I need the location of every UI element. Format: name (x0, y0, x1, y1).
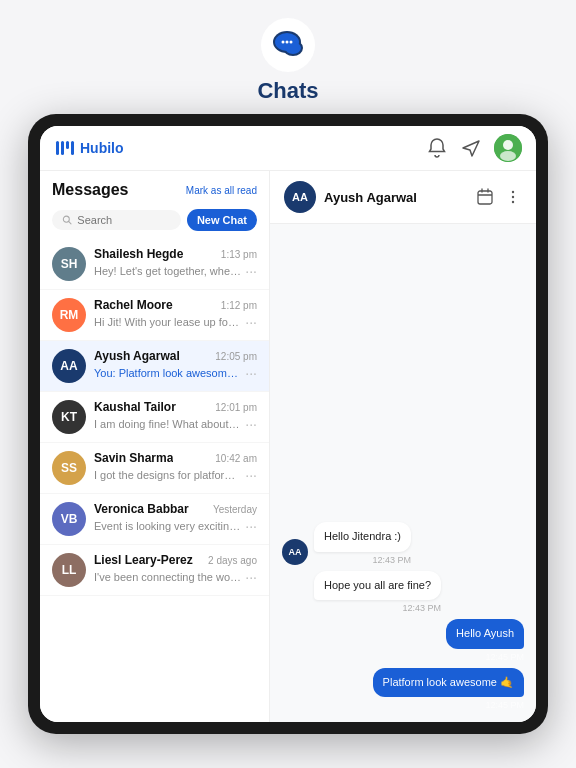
chat-preview: Hi Jit! With your lease up for renew... (94, 316, 241, 328)
messages-title: Messages (52, 181, 129, 199)
top-bar-icons (426, 134, 522, 162)
chat-preview: I got the designs for platform, will kee… (94, 469, 241, 481)
messages-header: Messages Mark as all read (40, 171, 269, 205)
chat-header-name: Ayush Agarwal (324, 190, 417, 205)
chat-info: Ayush Agarwal12:05 pmYou: Platform look … (94, 349, 257, 381)
chat-more-icon: ··· (245, 518, 257, 534)
chat-more-icon: ··· (245, 365, 257, 381)
messages-area: AAHello Jitendra :)12:43 PMHope you all … (270, 224, 536, 722)
tablet-screen: Hubilo (40, 126, 536, 722)
app-header: Chats (257, 0, 318, 114)
chat-info: Liesl Leary-Perez2 days agoI've been con… (94, 553, 257, 585)
chat-name: Shailesh Hegde (94, 247, 183, 261)
message-time: 12:45 PM (485, 700, 524, 710)
calendar-icon[interactable] (476, 188, 494, 206)
app-title: Chats (257, 78, 318, 104)
message-bubble: Hope you all are fine? (314, 571, 441, 600)
chat-preview: I've been connecting the world through..… (94, 571, 241, 583)
chat-time: 1:13 pm (221, 249, 257, 260)
message-bubble: Hello Jitendra :) (314, 522, 411, 551)
msg-sender-avatar: AA (282, 539, 308, 565)
svg-point-14 (500, 151, 516, 161)
hubilo-brand-icon (54, 137, 76, 159)
chat-header-left: AA Ayush Agarwal (284, 181, 417, 213)
svg-rect-8 (56, 141, 59, 155)
chat-more-icon: ··· (245, 416, 257, 432)
svg-point-5 (282, 41, 285, 44)
svg-point-4 (285, 42, 301, 54)
chat-time: Yesterday (213, 504, 257, 515)
chat-preview: You: Platform look awesome 👋 (94, 367, 241, 380)
chat-avatar: KT (52, 400, 86, 434)
user-avatar[interactable] (494, 134, 522, 162)
notification-icon[interactable] (426, 137, 448, 159)
chat-info: Savin Sharma10:42 amI got the designs fo… (94, 451, 257, 483)
chat-avatar: SS (52, 451, 86, 485)
chat-preview: Event is looking very exciting 😍🙌 (94, 520, 241, 533)
hubilo-label: Hubilo (80, 140, 124, 156)
svg-point-18 (512, 196, 514, 198)
svg-point-13 (503, 140, 513, 150)
chat-time: 1:12 pm (221, 300, 257, 311)
chat-list-item[interactable]: SHShailesh Hegde1:13 pmHey! Let's get to… (40, 239, 269, 290)
left-panel: Messages Mark as all read New Chat (40, 171, 270, 722)
chat-list: SHShailesh Hegde1:13 pmHey! Let's get to… (40, 239, 269, 722)
main-content: Messages Mark as all read New Chat (40, 171, 536, 722)
chat-info: Rachel Moore1:12 pmHi Jit! With your lea… (94, 298, 257, 330)
chat-header-avatar: AA (284, 181, 316, 213)
chat-list-item[interactable]: VBVeronica BabbarYesterdayEvent is looki… (40, 494, 269, 545)
chat-time: 12:01 pm (215, 402, 257, 413)
chat-name: Liesl Leary-Perez (94, 553, 193, 567)
msg-content: Hello Jitendra :)12:43 PM (314, 522, 411, 564)
chat-header-icons (476, 188, 522, 206)
chat-list-item[interactable]: LLLiesl Leary-Perez2 days agoI've been c… (40, 545, 269, 596)
message-bubble: Hello Ayush (446, 619, 524, 648)
message-time: 12:45 PM (485, 652, 524, 662)
message-time: 12:43 PM (373, 555, 412, 565)
chat-avatar: RM (52, 298, 86, 332)
chat-name: Savin Sharma (94, 451, 173, 465)
message-time: 12:43 PM (402, 603, 441, 613)
chat-time: 2 days ago (208, 555, 257, 566)
mark-all-read-btn[interactable]: Mark as all read (186, 185, 257, 196)
message-row: Platform look awesome 🤙12:45 PM (282, 668, 524, 710)
search-input[interactable] (77, 214, 171, 226)
chat-more-icon: ··· (245, 467, 257, 483)
search-row: New Chat (40, 205, 269, 239)
chat-avatar: SH (52, 247, 86, 281)
search-icon (62, 214, 72, 226)
msg-content: Hello Ayush12:45 PM (446, 619, 524, 661)
message-row: AAHello Jitendra :)12:43 PM (282, 522, 524, 564)
tablet-frame: Hubilo (28, 114, 548, 734)
msg-content: Platform look awesome 🤙12:45 PM (373, 668, 524, 710)
chat-logo-icon (261, 18, 315, 72)
hubilo-logo: Hubilo (54, 137, 124, 159)
new-chat-button[interactable]: New Chat (187, 209, 257, 231)
chat-preview: I am doing fine! What about you, Jite... (94, 418, 241, 430)
chat-time: 10:42 am (215, 453, 257, 464)
chat-preview: Hey! Let's get together, when are you fr… (94, 265, 241, 277)
chat-list-item[interactable]: AAAyush Agarwal12:05 pmYou: Platform loo… (40, 341, 269, 392)
svg-point-6 (286, 41, 289, 44)
chat-name: Rachel Moore (94, 298, 173, 312)
top-bar: Hubilo (40, 126, 536, 171)
svg-point-15 (63, 216, 69, 222)
svg-point-7 (290, 41, 293, 44)
message-row: Hello Ayush12:45 PM (282, 619, 524, 661)
svg-rect-16 (478, 191, 492, 204)
more-options-icon[interactable] (504, 188, 522, 206)
chat-more-icon: ··· (245, 314, 257, 330)
message-bubble: Platform look awesome 🤙 (373, 668, 524, 697)
send-icon[interactable] (460, 137, 482, 159)
msg-content: Hope you all are fine?12:43 PM (314, 571, 441, 613)
svg-point-19 (512, 201, 514, 203)
chat-avatar: AA (52, 349, 86, 383)
chat-header: AA Ayush Agarwal (270, 171, 536, 224)
svg-rect-9 (61, 141, 64, 155)
chat-name: Ayush Agarwal (94, 349, 180, 363)
chat-list-item[interactable]: SSSavin Sharma10:42 amI got the designs … (40, 443, 269, 494)
message-row: Hope you all are fine?12:43 PM (282, 571, 524, 613)
chat-time: 12:05 pm (215, 351, 257, 362)
chat-list-item[interactable]: KTKaushal Tailor12:01 pmI am doing fine!… (40, 392, 269, 443)
chat-list-item[interactable]: RMRachel Moore1:12 pmHi Jit! With your l… (40, 290, 269, 341)
